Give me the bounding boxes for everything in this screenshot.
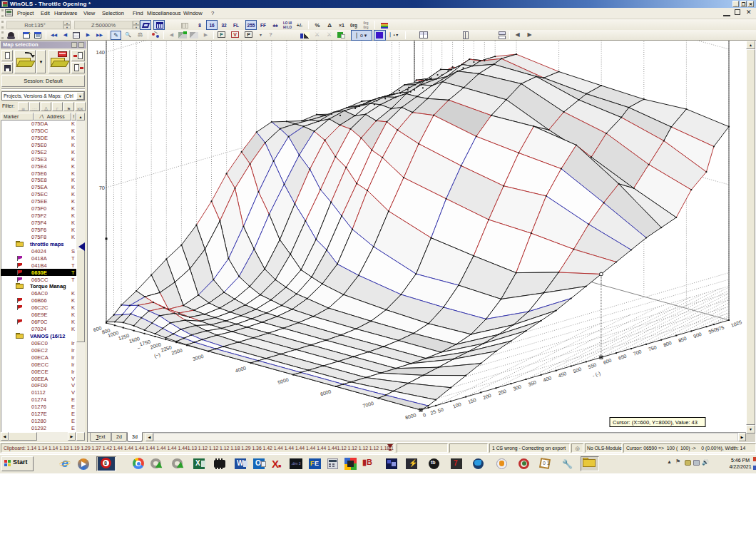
svg-text:70: 70 [99,185,105,191]
svg-text:Cursor: (X=600, Y=8000), Value: Cursor: (X=600, Y=8000), Value: 43 [613,419,698,426]
svg-text:140: 140 [96,49,105,56]
